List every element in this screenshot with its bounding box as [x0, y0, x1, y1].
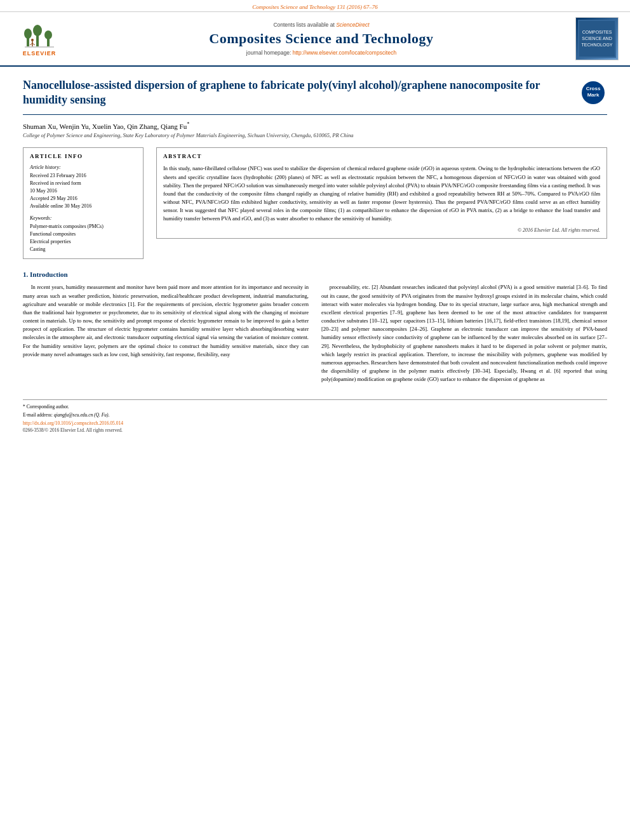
- journal-homepage: journal homepage: http://www.elsevier.co…: [246, 50, 396, 56]
- elsevier-logo: ELSEVIER: [14, 22, 65, 57]
- svg-point-5: [44, 30, 52, 39]
- corresponding-sup: *: [187, 121, 189, 127]
- section-title: Introduction: [30, 270, 68, 278]
- svg-point-6: [31, 39, 34, 41]
- introduction-col2: processability, etc. [2] Abundant resear…: [321, 283, 607, 386]
- introduction-col1: In recent years, humidity measurement an…: [23, 283, 309, 386]
- svg-rect-10: [25, 46, 54, 48]
- introduction-header: 1. Introduction: [23, 270, 607, 278]
- journal-header: ELSEVIER Contents lists available at Sci…: [0, 12, 630, 67]
- keywords-section: Keywords: Polymer-matrix composites (PMC…: [30, 215, 137, 253]
- article-history-title: Article history:: [30, 164, 137, 170]
- introduction-section: 1. Introduction In recent years, humidit…: [23, 270, 607, 386]
- journal-cover-icon: COMPOSITES SCIENCE AND TECHNOLOGY: [578, 20, 616, 58]
- elsevier-label: ELSEVIER: [23, 50, 57, 57]
- abstract-col: ABSTRACT In this study, nano-fibrillated…: [156, 147, 607, 259]
- keywords-title: Keywords:: [30, 215, 137, 221]
- abstract-box: ABSTRACT In this study, nano-fibrillated…: [156, 147, 607, 238]
- sciencedirect-line: Contents lists available at ScienceDirec…: [273, 22, 369, 28]
- article-content: Nanocellulose-assisted dispersion of gra…: [0, 67, 630, 444]
- keyword-3: Electrical properties: [30, 238, 137, 246]
- article-info-box: ARTICLE INFO Article history: Received 2…: [23, 147, 144, 259]
- svg-text:SCIENCE AND: SCIENCE AND: [582, 36, 612, 41]
- keyword-1: Polymer-matrix composites (PMCs): [30, 223, 137, 230]
- authors-text: Shuman Xu, Wenjin Yu, Xuelin Yao, Qin Zh…: [23, 122, 187, 130]
- top-citation-bar: Composites Science and Technology 131 (2…: [0, 0, 630, 12]
- email-label: E-mail address:: [23, 412, 53, 418]
- intro-para-2: processability, etc. [2] Abundant resear…: [321, 283, 607, 383]
- crossmark-badge[interactable]: Cross Mark: [582, 81, 607, 107]
- received-revised-label: Received in revised form: [30, 180, 137, 187]
- elsevier-tree-icon: [23, 25, 55, 49]
- without-word: without: [163, 199, 180, 205]
- email-line: E-mail address: qiangfu@scu.edu.cn (Q. F…: [23, 412, 607, 418]
- issn-line: 0266-3538/© 2016 Elsevier Ltd. All right…: [23, 427, 607, 433]
- keyword-4: Casting: [30, 246, 137, 253]
- doi-link[interactable]: http://dx.doi.org/10.1016/j.compscitech.…: [23, 420, 607, 426]
- svg-text:TECHNOLOGY: TECHNOLOGY: [581, 43, 612, 47]
- received-revised-date: 10 May 2016: [30, 187, 137, 195]
- crossmark-svg: Cross Mark: [582, 81, 605, 104]
- journal-citation: Composites Science and Technology 131 (2…: [252, 4, 378, 10]
- svg-rect-4: [47, 39, 50, 48]
- corresponding-label: * Corresponding author.: [23, 404, 69, 410]
- svg-text:COMPOSITES: COMPOSITES: [582, 30, 612, 34]
- article-title: Nanocellulose-assisted dispersion of gra…: [23, 78, 575, 108]
- affiliation: College of Polymer Science and Engineeri…: [23, 132, 607, 138]
- introduction-body: In recent years, humidity measurement an…: [23, 283, 607, 386]
- article-info-col: ARTICLE INFO Article history: Received 2…: [23, 147, 144, 259]
- svg-point-1: [24, 29, 32, 39]
- abstract-copyright: © 2016 Elsevier Ltd. All rights reserved…: [163, 227, 600, 233]
- journal-header-center: Contents lists available at ScienceDirec…: [79, 17, 564, 60]
- svg-text:Mark: Mark: [587, 92, 600, 98]
- available-online: Available online 30 May 2016: [30, 203, 137, 210]
- page-wrapper: Composites Science and Technology 131 (2…: [0, 0, 630, 840]
- keyword-2: Functional composites: [30, 230, 137, 238]
- journal-thumbnail: COMPOSITES SCIENCE AND TECHNOLOGY: [575, 17, 619, 60]
- svg-text:Cross: Cross: [586, 86, 601, 91]
- authors-line: Shuman Xu, Wenjin Yu, Xuelin Yao, Qin Zh…: [23, 121, 607, 130]
- article-info-title: ARTICLE INFO: [30, 153, 137, 159]
- article-title-section: Nanocellulose-assisted dispersion of gra…: [23, 78, 607, 115]
- svg-point-3: [33, 25, 42, 36]
- abstract-title: ABSTRACT: [163, 153, 600, 159]
- journal-title: Composites Science and Technology: [209, 30, 433, 47]
- sciencedirect-link[interactable]: ScienceDirect: [336, 22, 369, 28]
- section-number: 1.: [23, 270, 28, 278]
- received-date: Received 23 February 2016: [30, 172, 137, 180]
- info-abstract-section: ARTICLE INFO Article history: Received 2…: [23, 147, 607, 259]
- crossmark-icon[interactable]: Cross Mark: [582, 81, 605, 104]
- accepted-date: Accepted 29 May 2016: [30, 195, 137, 203]
- corresponding-author-note: * Corresponding author.: [23, 404, 607, 410]
- journal-thumb-section: COMPOSITES SCIENCE AND TECHNOLOGY: [572, 17, 622, 60]
- footer-section: * Corresponding author. E-mail address: …: [23, 399, 607, 433]
- abstract-text: In this study, nano-fibrillated cellulos…: [163, 164, 600, 223]
- doi-text[interactable]: http://dx.doi.org/10.1016/j.compscitech.…: [23, 420, 123, 426]
- email-address: qiangfu@scu.edu.cn (Q. Fu).: [54, 412, 110, 418]
- svg-rect-2: [36, 34, 39, 48]
- journal-homepage-link[interactable]: http://www.elsevier.com/locate/compscite…: [293, 50, 396, 56]
- intro-para-1: In recent years, humidity measurement an…: [23, 283, 309, 359]
- elsevier-logo-section: ELSEVIER: [8, 17, 71, 60]
- svg-rect-0: [27, 37, 29, 48]
